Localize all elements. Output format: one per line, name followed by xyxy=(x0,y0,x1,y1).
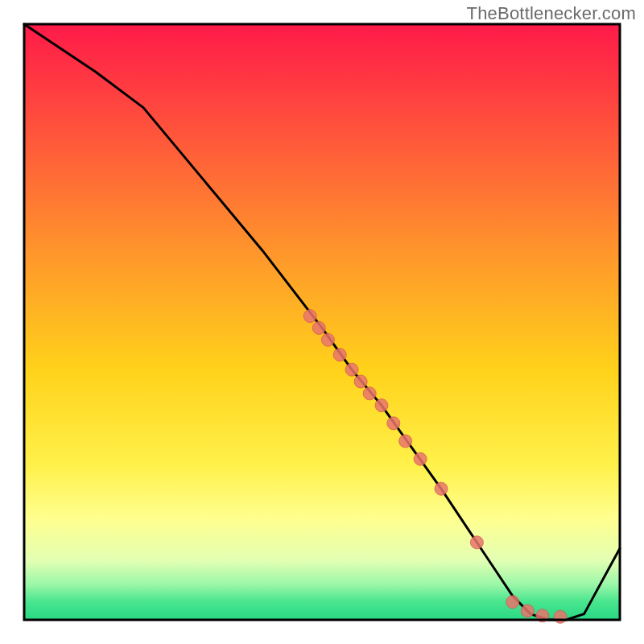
sample-point xyxy=(303,310,316,323)
sample-point xyxy=(354,375,367,388)
sample-point xyxy=(345,363,358,376)
sample-point xyxy=(321,333,334,346)
sample-point xyxy=(521,605,534,617)
sample-point xyxy=(312,321,325,334)
sample-point xyxy=(470,536,483,549)
bottleneck-chart xyxy=(0,0,644,644)
sample-point xyxy=(554,610,567,623)
sample-point xyxy=(399,435,412,448)
sample-point xyxy=(387,417,400,430)
sample-point xyxy=(375,399,388,412)
sample-point xyxy=(414,452,427,465)
sample-point xyxy=(363,387,376,400)
sample-point xyxy=(506,596,519,609)
sample-point xyxy=(435,482,448,495)
watermark-text: TheBottlenecker.com xyxy=(467,3,636,24)
sample-point xyxy=(333,349,346,361)
chart-container: { "watermark": "TheBottlenecker.com", "c… xyxy=(0,0,644,644)
